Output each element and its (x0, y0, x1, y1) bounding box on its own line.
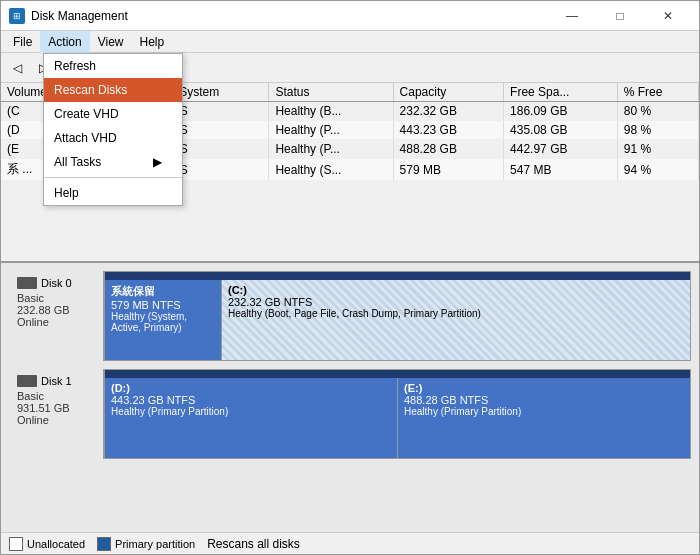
cell-0-4: 232.32 GB (393, 102, 504, 121)
disk1-partitions: (D:) 443.23 GB NTFS Healthy (Primary Par… (104, 369, 691, 459)
cell-1-4: 443.23 GB (393, 121, 504, 140)
disk0-c-size: 232.32 GB NTFS (228, 296, 684, 308)
col-capacity[interactable]: Capacity (393, 83, 504, 102)
cell-3-5: 547 MB (504, 159, 618, 181)
disk1-status: Online (17, 414, 95, 426)
cell-2-3: Healthy (P... (269, 140, 393, 159)
menu-action[interactable]: Action (40, 31, 89, 53)
app-icon: ⊞ (9, 8, 25, 24)
title-bar: ⊞ Disk Management — □ ✕ (1, 1, 699, 31)
cell-1-6: 98 % (617, 121, 698, 140)
disk0-c-label: (C:) (228, 284, 684, 296)
disk0-row: Disk 0 Basic 232.88 GB Online 系統保留 579 M… (9, 271, 691, 361)
cell-2-4: 488.28 GB (393, 140, 504, 159)
action-refresh[interactable]: Refresh (44, 54, 182, 78)
menu-view[interactable]: View (90, 31, 132, 53)
cell-3-6: 94 % (617, 159, 698, 181)
disk1-icon (17, 375, 37, 387)
action-all-tasks[interactable]: All Tasks ▶ (44, 150, 182, 174)
cell-2-5: 442.97 GB (504, 140, 618, 159)
cell-3-3: Healthy (S... (269, 159, 393, 181)
disk1-row: Disk 1 Basic 931.51 GB Online (D:) 443.2… (9, 369, 691, 459)
legend-primary: Primary partition (97, 537, 195, 551)
disk1-d-size: 443.23 GB NTFS (111, 394, 391, 406)
maximize-button[interactable]: □ (597, 1, 643, 31)
disk0-header-bar (105, 272, 690, 280)
disk0-c-status: Healthy (Boot, Page File, Crash Dump, Pr… (228, 308, 684, 319)
disk1-name: Disk 1 (41, 375, 72, 387)
close-button[interactable]: ✕ (645, 1, 691, 31)
legend-primary-label: Primary partition (115, 538, 195, 550)
status-text: Rescans all disks (207, 537, 300, 551)
action-attach-vhd[interactable]: Attach VHD (44, 126, 182, 150)
disk1-e-status: Healthy (Primary Partition) (404, 406, 684, 417)
submenu-arrow: ▶ (153, 155, 162, 169)
disk1-type: Basic (17, 390, 95, 402)
disk-layout-panel: Disk 0 Basic 232.88 GB Online 系統保留 579 M… (1, 263, 699, 532)
legend-unallocated: Unallocated (9, 537, 85, 551)
disk0-status: Online (17, 316, 95, 328)
cell-2-6: 91 % (617, 140, 698, 159)
disk0-c-partition[interactable]: (C:) 232.32 GB NTFS Healthy (Boot, Page … (222, 280, 690, 360)
disk1-e-size: 488.28 GB NTFS (404, 394, 684, 406)
action-rescan[interactable]: Rescan Disks (44, 78, 182, 102)
disk0-icon (17, 277, 37, 289)
disk0-sys-size: 579 MB NTFS (111, 299, 215, 311)
menu-help[interactable]: Help (132, 31, 173, 53)
disk0-label: Disk 0 Basic 232.88 GB Online (9, 271, 104, 361)
window-title: Disk Management (31, 9, 128, 23)
cell-0-3: Healthy (B... (269, 102, 393, 121)
col-pct[interactable]: % Free (617, 83, 698, 102)
disk1-d-label: (D:) (111, 382, 391, 394)
action-create-vhd[interactable]: Create VHD (44, 102, 182, 126)
disk0-partitions: 系統保留 579 MB NTFS Healthy (System, Active… (104, 271, 691, 361)
minimize-button[interactable]: — (549, 1, 595, 31)
disk0-sys-partition[interactable]: 系統保留 579 MB NTFS Healthy (System, Active… (105, 280, 222, 360)
legend-primary-box (97, 537, 111, 551)
disk1-d-status: Healthy (Primary Partition) (111, 406, 391, 417)
col-free[interactable]: Free Spa... (504, 83, 618, 102)
action-dropdown: Refresh Rescan Disks Create VHD Attach V… (43, 53, 183, 206)
cell-0-5: 186.09 GB (504, 102, 618, 121)
window-controls: — □ ✕ (549, 1, 691, 31)
legend-unalloc-box (9, 537, 23, 551)
cell-0-6: 80 % (617, 102, 698, 121)
disk1-parts-row: (D:) 443.23 GB NTFS Healthy (Primary Par… (105, 378, 690, 458)
disk1-e-label: (E:) (404, 382, 684, 394)
disk0-sys-status: Healthy (System, Active, Primary) (111, 311, 215, 333)
disk0-size: 232.88 GB (17, 304, 95, 316)
disk1-d-partition[interactable]: (D:) 443.23 GB NTFS Healthy (Primary Par… (105, 378, 398, 458)
disk1-size: 931.51 GB (17, 402, 95, 414)
menu-bar: File Action View Help Refresh Rescan Dis… (1, 31, 699, 53)
main-window: ⊞ Disk Management — □ ✕ File Action View… (0, 0, 700, 555)
disk0-parts-row: 系統保留 579 MB NTFS Healthy (System, Active… (105, 280, 690, 360)
disk1-e-partition[interactable]: (E:) 488.28 GB NTFS Healthy (Primary Par… (398, 378, 690, 458)
cell-3-4: 579 MB (393, 159, 504, 181)
dropdown-separator (44, 177, 182, 178)
disk0-type: Basic (17, 292, 95, 304)
menu-file[interactable]: File (5, 31, 40, 53)
toolbar-back[interactable]: ◁ (5, 56, 29, 80)
action-help[interactable]: Help (44, 181, 182, 205)
disk0-sys-label: 系統保留 (111, 284, 215, 299)
cell-1-5: 435.08 GB (504, 121, 618, 140)
disk0-name: Disk 0 (41, 277, 72, 289)
disk1-label: Disk 1 Basic 931.51 GB Online (9, 369, 104, 459)
status-bar: Unallocated Primary partition Rescans al… (1, 532, 699, 554)
col-status[interactable]: Status (269, 83, 393, 102)
disk1-header-bar (105, 370, 690, 378)
cell-1-3: Healthy (P... (269, 121, 393, 140)
legend-unalloc-label: Unallocated (27, 538, 85, 550)
